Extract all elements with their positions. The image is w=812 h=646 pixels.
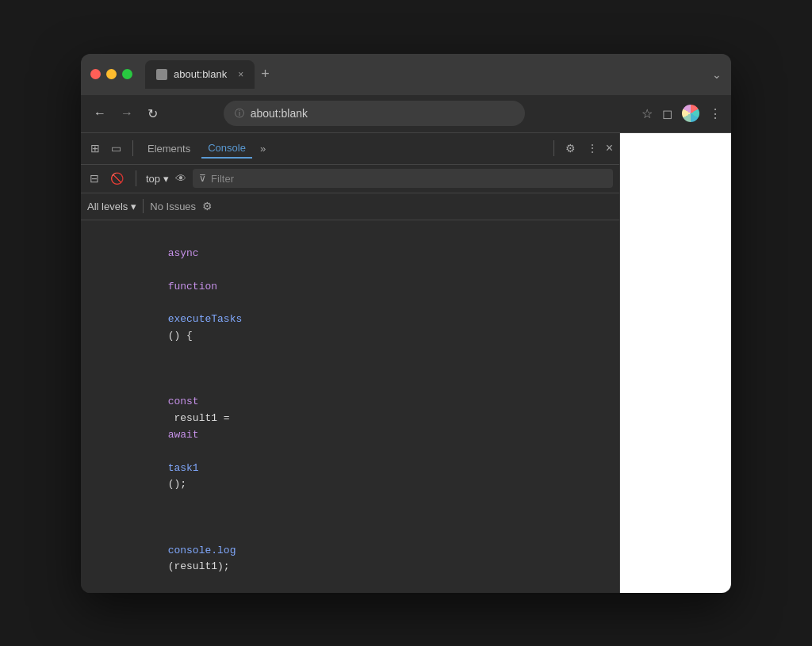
toolbar-separator — [132, 140, 133, 156]
code-line-1: async function executeTasks () { — [94, 230, 607, 361]
console-clear-icon[interactable]: 🚫 — [108, 170, 126, 187]
active-tab[interactable]: about:blank × — [145, 60, 255, 89]
filter-area[interactable]: ⊽ Filter — [193, 169, 613, 188]
code-line-2: const result1 = await task1 (); — [94, 361, 607, 510]
menu-icon[interactable]: ⋮ — [709, 106, 722, 121]
title-bar: about:blank × + ⌄ — [81, 54, 731, 95]
devtools-container: ⊞ ▭ Elements Console » ⚙ ⋮ × ⊟ 🚫 — [81, 133, 731, 593]
avatar[interactable] — [682, 105, 699, 122]
tab-icon — [156, 69, 167, 80]
keyword-function: function — [168, 281, 217, 292]
levels-bar: All levels ▾ No Issues ⚙ — [81, 193, 619, 220]
levels-arrow-icon: ▾ — [131, 201, 136, 212]
browser-window: about:blank × + ⌄ ← → ↻ ⓘ about:blank ☆ … — [81, 54, 731, 593]
reload-button[interactable]: ↻ — [144, 103, 161, 124]
back-button[interactable]: ← — [90, 103, 109, 124]
console-sidebar-icon[interactable]: ⊟ — [87, 170, 102, 187]
tab-title: about:blank — [174, 68, 227, 80]
no-issues-label: No Issues — [150, 201, 196, 212]
context-arrow-icon: ▾ — [163, 173, 169, 185]
filter-icon: ⊽ — [199, 173, 206, 184]
code-line-3: console.log (result1); — [94, 510, 607, 592]
address-bar[interactable]: ⓘ about:blank — [224, 101, 525, 126]
extension-icon[interactable]: ◻ — [662, 106, 672, 121]
forward-button[interactable]: → — [117, 103, 136, 124]
context-selector[interactable]: top ▾ — [146, 173, 169, 185]
new-tab-button[interactable]: + — [261, 66, 270, 82]
console-log-1: console.log — [168, 545, 236, 556]
bookmark-icon[interactable]: ☆ — [642, 106, 653, 121]
devtools-more-icon[interactable]: ⋮ — [584, 139, 601, 158]
traffic-lights — [90, 69, 132, 79]
devtools-close-icon[interactable]: × — [606, 141, 613, 155]
devtools-panel: ⊞ ▭ Elements Console » ⚙ ⋮ × ⊟ 🚫 — [81, 133, 620, 593]
keyword-const-1: const — [168, 396, 199, 407]
navigation-bar: ← → ↻ ⓘ about:blank ☆ ◻ ⋮ — [81, 95, 731, 133]
inspector-icon[interactable]: ⊞ — [87, 139, 103, 158]
keyword-async: async — [168, 247, 199, 259]
nav-right-icons: ☆ ◻ ⋮ — [642, 105, 722, 122]
filter-placeholder: Filter — [211, 173, 234, 185]
all-levels-label: All levels — [87, 201, 128, 212]
tab-chevron-icon[interactable]: ⌄ — [712, 68, 722, 81]
page-content-area — [620, 133, 731, 593]
mobile-icon[interactable]: ▭ — [108, 139, 124, 158]
address-info-icon: ⓘ — [235, 107, 244, 120]
minimize-button[interactable] — [106, 69, 117, 79]
devtools-right-icons: ⚙ ⋮ × — [550, 139, 613, 158]
maximize-button[interactable] — [122, 69, 132, 79]
code-block: async function executeTasks () { const r… — [81, 220, 619, 593]
tab-close-button[interactable]: × — [238, 69, 243, 80]
keyword-await-1: await — [168, 429, 199, 441]
tab-bar: about:blank × + ⌄ — [145, 60, 722, 89]
levels-separator — [143, 199, 144, 213]
eye-icon[interactable]: 👁 — [175, 172, 186, 185]
console-toolbar: ⊟ 🚫 top ▾ 👁 ⊽ Filter — [81, 165, 619, 193]
tab-elements[interactable]: Elements — [141, 140, 197, 158]
all-levels-button[interactable]: All levels ▾ — [87, 201, 136, 212]
close-button[interactable] — [90, 69, 101, 79]
fn-call-task1: task1 — [168, 462, 199, 474]
toolbar-separator-2 — [553, 140, 554, 156]
context-label: top — [146, 173, 160, 185]
console-output: async function executeTasks () { const r… — [81, 220, 619, 593]
devtools-gear-icon[interactable]: ⚙ — [562, 139, 579, 158]
tab-console[interactable]: Console — [201, 139, 252, 159]
more-tabs-icon[interactable]: » — [257, 140, 269, 158]
address-text: about:blank — [251, 107, 308, 120]
levels-settings-icon[interactable]: ⚙ — [202, 200, 213, 212]
console-separator — [136, 170, 136, 186]
function-name: executeTasks — [168, 313, 243, 325]
devtools-toolbar: ⊞ ▭ Elements Console » ⚙ ⋮ × — [81, 133, 619, 165]
